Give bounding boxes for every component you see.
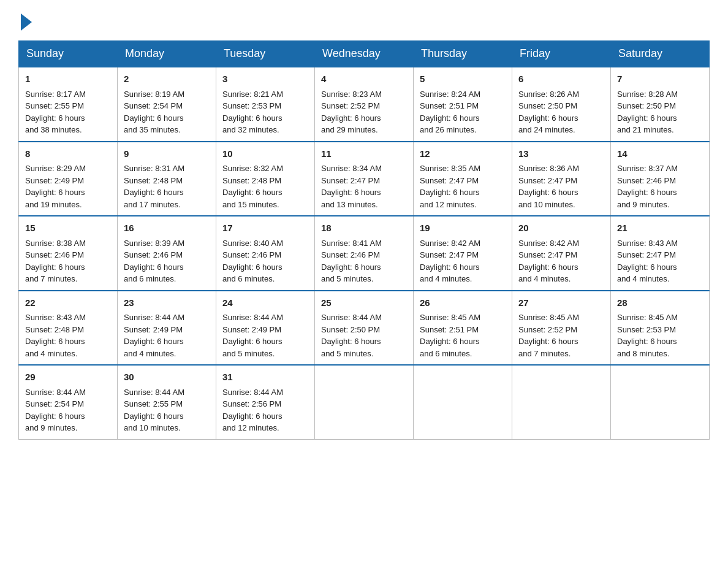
sunrise-label: Sunrise: 8:19 AM	[124, 90, 184, 99]
sunset-label: Sunset: 2:47 PM	[518, 250, 577, 259]
daylight-label: Daylight: 6 hours	[124, 262, 184, 272]
sunrise-label: Sunrise: 8:24 AM	[420, 90, 480, 99]
calendar-cell: 25 Sunrise: 8:44 AM Sunset: 2:50 PM Dayl…	[315, 291, 414, 366]
sunrise-label: Sunrise: 8:38 AM	[25, 239, 86, 248]
day-number: 12	[420, 147, 506, 161]
calendar-cell: 4 Sunrise: 8:23 AM Sunset: 2:52 PM Dayli…	[315, 67, 414, 142]
sunrise-label: Sunrise: 8:43 AM	[617, 239, 678, 248]
calendar-cell: 22 Sunrise: 8:43 AM Sunset: 2:48 PM Dayl…	[19, 291, 118, 366]
calendar-cell: 20 Sunrise: 8:42 AM Sunset: 2:47 PM Dayl…	[512, 216, 611, 291]
sunrise-label: Sunrise: 8:32 AM	[222, 164, 283, 173]
calendar-cell: 19 Sunrise: 8:42 AM Sunset: 2:47 PM Dayl…	[414, 216, 512, 291]
daylight-label: Daylight: 6 hours	[124, 412, 184, 421]
day-number: 24	[222, 296, 308, 310]
daylight-label: Daylight: 6 hours	[25, 113, 85, 123]
daylight-detail: and 4 minutes.	[25, 349, 77, 358]
sunset-label: Sunset: 2:47 PM	[617, 250, 676, 259]
sunrise-label: Sunrise: 8:37 AM	[617, 164, 678, 173]
sunrise-label: Sunrise: 8:35 AM	[420, 164, 480, 173]
sunrise-label: Sunrise: 8:44 AM	[25, 388, 86, 397]
header	[18, 12, 710, 28]
day-number: 20	[518, 221, 604, 236]
sunset-label: Sunset: 2:47 PM	[518, 176, 577, 185]
daylight-label: Daylight: 6 hours	[420, 262, 480, 272]
daylight-detail: and 5 minutes.	[222, 349, 275, 358]
day-number: 16	[124, 221, 210, 236]
daylight-label: Daylight: 6 hours	[617, 188, 677, 197]
calendar-cell: 5 Sunrise: 8:24 AM Sunset: 2:51 PM Dayli…	[414, 67, 512, 142]
daylight-detail: and 13 minutes.	[321, 200, 378, 209]
day-number: 19	[420, 221, 506, 236]
calendar-cell: 17 Sunrise: 8:40 AM Sunset: 2:46 PM Dayl…	[216, 216, 315, 291]
sunset-label: Sunset: 2:46 PM	[321, 250, 380, 259]
day-number: 22	[25, 296, 111, 310]
sunrise-label: Sunrise: 8:43 AM	[25, 313, 86, 322]
weekday-header-tuesday: Tuesday	[216, 41, 315, 67]
sunset-label: Sunset: 2:47 PM	[321, 176, 380, 185]
day-number: 10	[222, 147, 308, 161]
calendar-cell: 15 Sunrise: 8:38 AM Sunset: 2:46 PM Dayl…	[19, 216, 118, 291]
weekday-header-monday: Monday	[118, 41, 216, 67]
daylight-label: Daylight: 6 hours	[518, 337, 578, 346]
day-number: 9	[124, 147, 210, 161]
sunrise-label: Sunrise: 8:26 AM	[518, 90, 579, 99]
daylight-label: Daylight: 6 hours	[222, 188, 282, 197]
daylight-detail: and 4 minutes.	[518, 274, 571, 283]
sunrise-label: Sunrise: 8:40 AM	[222, 239, 283, 248]
calendar-cell: 9 Sunrise: 8:31 AM Sunset: 2:48 PM Dayli…	[118, 142, 216, 216]
day-number: 15	[25, 221, 111, 236]
daylight-detail: and 38 minutes.	[25, 125, 82, 134]
sunrise-label: Sunrise: 8:17 AM	[25, 90, 86, 99]
daylight-label: Daylight: 6 hours	[222, 262, 282, 272]
sunset-label: Sunset: 2:50 PM	[518, 101, 577, 110]
sunset-label: Sunset: 2:49 PM	[222, 325, 281, 334]
daylight-detail: and 24 minutes.	[518, 125, 575, 134]
daylight-detail: and 12 minutes.	[222, 423, 279, 432]
sunset-label: Sunset: 2:54 PM	[25, 399, 84, 408]
calendar-week-row: 1 Sunrise: 8:17 AM Sunset: 2:55 PM Dayli…	[19, 67, 710, 142]
day-number: 6	[518, 72, 604, 86]
calendar-cell	[611, 365, 710, 439]
sunset-label: Sunset: 2:46 PM	[25, 250, 84, 259]
calendar-cell: 29 Sunrise: 8:44 AM Sunset: 2:54 PM Dayl…	[19, 365, 118, 439]
daylight-label: Daylight: 6 hours	[518, 262, 578, 272]
daylight-detail: and 4 minutes.	[124, 349, 176, 358]
daylight-detail: and 35 minutes.	[124, 125, 181, 134]
sunset-label: Sunset: 2:50 PM	[321, 325, 380, 334]
daylight-label: Daylight: 6 hours	[518, 188, 578, 197]
calendar-cell: 8 Sunrise: 8:29 AM Sunset: 2:49 PM Dayli…	[19, 142, 118, 216]
sunrise-label: Sunrise: 8:41 AM	[321, 239, 382, 248]
sunrise-label: Sunrise: 8:44 AM	[124, 313, 184, 322]
sunrise-label: Sunrise: 8:23 AM	[321, 90, 382, 99]
sunset-label: Sunset: 2:49 PM	[124, 325, 183, 334]
sunset-label: Sunset: 2:51 PM	[420, 101, 479, 110]
day-number: 31	[222, 370, 308, 385]
daylight-detail: and 9 minutes.	[25, 423, 77, 432]
daylight-label: Daylight: 6 hours	[321, 188, 381, 197]
calendar-cell: 30 Sunrise: 8:44 AM Sunset: 2:55 PM Dayl…	[118, 365, 216, 439]
calendar-cell	[315, 365, 414, 439]
calendar-week-row: 29 Sunrise: 8:44 AM Sunset: 2:54 PM Dayl…	[19, 365, 710, 439]
logo	[18, 12, 32, 28]
daylight-label: Daylight: 6 hours	[124, 337, 184, 346]
daylight-detail: and 4 minutes.	[420, 274, 472, 283]
sunrise-label: Sunrise: 8:45 AM	[617, 313, 678, 322]
sunrise-label: Sunrise: 8:45 AM	[420, 313, 480, 322]
daylight-label: Daylight: 6 hours	[25, 262, 85, 272]
calendar-cell	[512, 365, 611, 439]
sunrise-label: Sunrise: 8:29 AM	[25, 164, 86, 173]
sunrise-label: Sunrise: 8:21 AM	[222, 90, 283, 99]
daylight-detail: and 6 minutes.	[222, 274, 275, 283]
sunset-label: Sunset: 2:48 PM	[25, 325, 84, 334]
calendar-week-row: 15 Sunrise: 8:38 AM Sunset: 2:46 PM Dayl…	[19, 216, 710, 291]
daylight-label: Daylight: 6 hours	[222, 113, 282, 123]
daylight-label: Daylight: 6 hours	[420, 113, 480, 123]
sunrise-label: Sunrise: 8:42 AM	[420, 239, 480, 248]
day-number: 8	[25, 147, 111, 161]
sunset-label: Sunset: 2:52 PM	[321, 101, 380, 110]
calendar-cell	[414, 365, 512, 439]
day-number: 5	[420, 72, 506, 86]
daylight-detail: and 4 minutes.	[617, 274, 669, 283]
calendar-cell: 7 Sunrise: 8:28 AM Sunset: 2:50 PM Dayli…	[611, 67, 710, 142]
calendar-body: 1 Sunrise: 8:17 AM Sunset: 2:55 PM Dayli…	[19, 67, 710, 439]
